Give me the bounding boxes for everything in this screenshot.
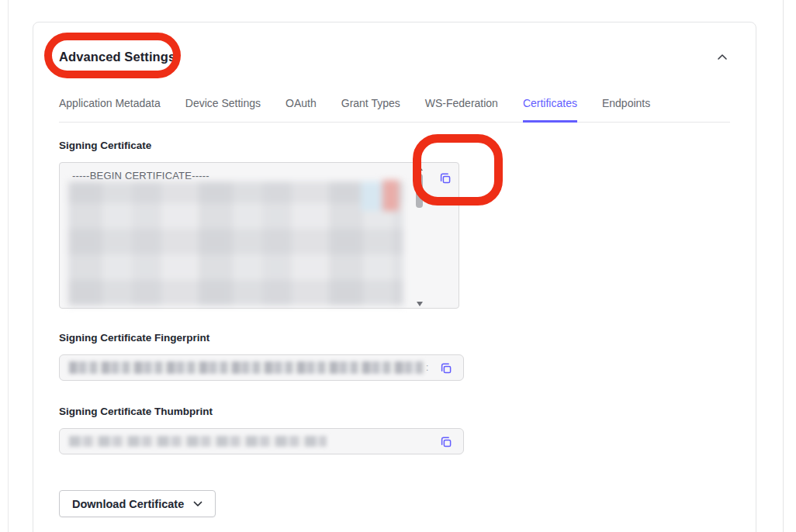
- page-left-border: [8, 0, 9, 532]
- thumbprint-field[interactable]: [59, 428, 464, 454]
- copy-icon: [439, 435, 453, 449]
- tab-endpoints[interactable]: Endpoints: [602, 97, 650, 123]
- signing-certificate-copy-button[interactable]: [438, 171, 453, 186]
- tab-grant-types[interactable]: Grant Types: [341, 97, 400, 123]
- fingerprint-copy-button[interactable]: [438, 361, 454, 376]
- panel-header: Advanced Settings: [59, 49, 730, 64]
- redacted-fingerprint-value: [69, 361, 424, 374]
- copy-icon: [438, 171, 452, 185]
- signing-certificate-label: Signing Certificate: [59, 140, 730, 152]
- tab-oauth[interactable]: OAuth: [286, 97, 317, 123]
- scrollbar-thumb[interactable]: [416, 174, 423, 208]
- fingerprint-trailing-char: :: [426, 362, 428, 373]
- redacted-block: [382, 180, 399, 211]
- certificate-scrollbar[interactable]: [415, 166, 424, 306]
- thumbprint-copy-button[interactable]: [438, 434, 454, 450]
- tab-device-settings[interactable]: Device Settings: [185, 97, 261, 123]
- collapse-panel-button[interactable]: [715, 49, 730, 64]
- thumbprint-label: Signing Certificate Thumbprint: [59, 406, 730, 418]
- redacted-certificate-content: [68, 181, 403, 306]
- chevron-down-icon: [193, 501, 202, 507]
- scroll-up-arrow-icon[interactable]: [417, 166, 423, 171]
- redacted-thumbprint-value: [69, 436, 327, 447]
- tab-ws-federation[interactable]: WS-Federation: [425, 97, 498, 123]
- advanced-settings-panel: Advanced Settings Application Metadata D…: [33, 22, 756, 532]
- download-certificate-button[interactable]: Download Certificate: [59, 490, 216, 517]
- copy-icon: [439, 361, 453, 375]
- redacted-block: [361, 181, 382, 211]
- certificate-begin-line: -----BEGIN CERTIFICATE-----: [72, 170, 209, 181]
- tab-certificates[interactable]: Certificates: [523, 97, 577, 123]
- fingerprint-field[interactable]: :: [59, 354, 464, 381]
- page-title: Advanced Settings: [59, 50, 175, 64]
- page: Advanced Settings Application Metadata D…: [0, 0, 796, 532]
- fingerprint-label: Signing Certificate Fingerprint: [59, 332, 730, 344]
- download-certificate-label: Download Certificate: [72, 498, 184, 510]
- chevron-up-icon: [717, 54, 728, 60]
- page-right-border: [783, 0, 784, 532]
- scroll-down-arrow-icon[interactable]: [417, 302, 423, 306]
- signing-certificate-textarea[interactable]: -----BEGIN CERTIFICATE-----: [59, 162, 459, 309]
- tab-application-metadata[interactable]: Application Metadata: [59, 97, 161, 123]
- advanced-settings-tabs: Application Metadata Device Settings OAu…: [59, 97, 730, 123]
